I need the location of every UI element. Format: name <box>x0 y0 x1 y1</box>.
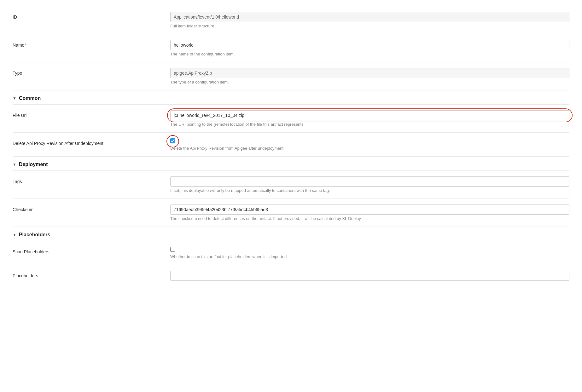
name-content: The name of the configuration item. <box>170 40 569 56</box>
id-hint: Full item folder structure. <box>170 24 569 28</box>
deployment-section-header[interactable]: ▼ Deployment <box>13 157 569 171</box>
placeholders-section-title: Placeholders <box>19 232 50 238</box>
name-row: Name* The name of the configuration item… <box>13 34 569 62</box>
delete-api-proxy-row: Delete Api Proxy Revision After Undeploy… <box>13 133 569 157</box>
checksum-input[interactable] <box>170 205 569 215</box>
id-row: ID Full item folder structure. <box>13 6 569 34</box>
scan-placeholders-row: Scan Placeholders Whether to scan this a… <box>13 241 569 265</box>
type-hint: The type of a configuration item. <box>170 80 569 84</box>
placeholders-label: Placeholders <box>13 271 170 278</box>
tags-content: If set, this deployable will only be map… <box>170 176 569 193</box>
delete-api-proxy-content: Delete the Api Proxy Revision from Apige… <box>170 138 569 151</box>
common-chevron-icon: ▼ <box>13 96 16 101</box>
deployment-section-title: Deployment <box>19 162 48 167</box>
checksum-content: The checksum used to detect differences … <box>170 205 569 221</box>
delete-api-proxy-label: Delete Api Proxy Revision After Undeploy… <box>13 138 170 146</box>
id-label: ID <box>13 12 170 20</box>
tags-label: Tags <box>13 176 170 184</box>
scan-placeholders-content: Whether to scan this artifact for placeh… <box>170 247 569 259</box>
delete-api-proxy-hint: Delete the Api Proxy Revision from Apige… <box>170 146 569 151</box>
placeholders-section-header[interactable]: ▼ Placeholders <box>13 227 569 241</box>
name-label: Name* <box>13 40 170 48</box>
scan-placeholders-checkbox[interactable] <box>170 247 175 252</box>
tags-input[interactable] <box>170 176 569 187</box>
type-row: Type The type of a configuration item. <box>13 62 569 90</box>
scan-placeholders-hint: Whether to scan this artifact for placeh… <box>170 254 569 259</box>
placeholders-input[interactable] <box>170 271 569 281</box>
common-section-title: Common <box>19 95 41 101</box>
id-content: Full item folder structure. <box>170 12 569 28</box>
deployment-chevron-icon: ▼ <box>13 162 16 167</box>
file-uri-hint: The URI pointing to the (remote) locatio… <box>170 122 569 127</box>
delete-api-proxy-checkbox[interactable] <box>170 138 175 143</box>
name-input[interactable] <box>170 40 569 50</box>
tags-hint: If set, this deployable will only be map… <box>170 188 569 193</box>
file-uri-label: File Uri <box>13 110 170 118</box>
required-marker: * <box>25 43 26 48</box>
name-hint: The name of the configuration item. <box>170 52 569 56</box>
file-uri-input[interactable] <box>170 110 569 120</box>
file-uri-highlight <box>170 110 569 120</box>
scan-placeholders-label: Scan Placeholders <box>13 247 170 254</box>
checksum-label: Checksum <box>13 205 170 212</box>
placeholders-content <box>170 271 569 281</box>
type-input <box>170 68 569 78</box>
type-label: Type <box>13 68 170 76</box>
checksum-row: Checksum The checksum used to detect dif… <box>13 199 569 227</box>
placeholders-chevron-icon: ▼ <box>13 233 16 237</box>
id-input[interactable] <box>170 12 569 22</box>
type-content: The type of a configuration item. <box>170 68 569 84</box>
tags-row: Tags If set, this deployable will only b… <box>13 171 569 199</box>
file-uri-row: File Uri The URI pointing to the (remote… <box>13 105 569 133</box>
form-container: ID Full item folder structure. Name* The… <box>0 0 582 293</box>
file-uri-content: The URI pointing to the (remote) locatio… <box>170 110 569 127</box>
placeholders-row: Placeholders <box>13 265 569 287</box>
common-section-header[interactable]: ▼ Common <box>13 90 569 105</box>
checksum-hint: The checksum used to detect differences … <box>170 216 569 221</box>
delete-api-proxy-highlight <box>170 138 175 144</box>
